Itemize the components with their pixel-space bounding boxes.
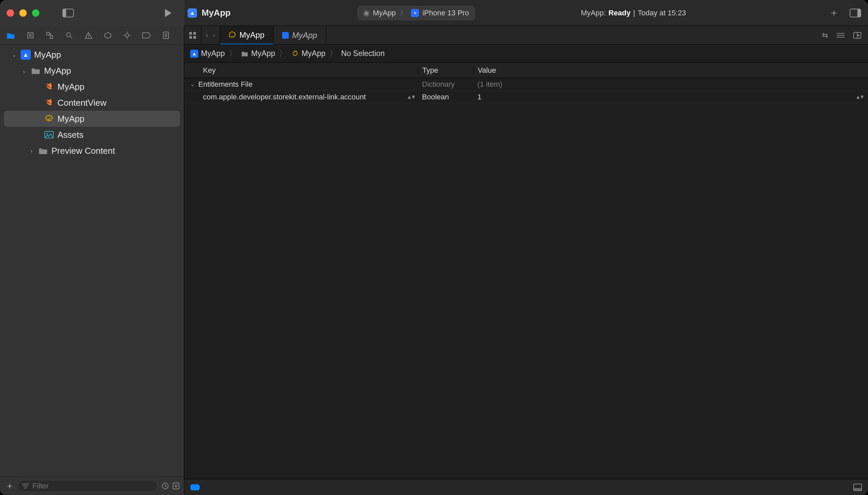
svg-rect-3 bbox=[857, 9, 861, 17]
scheme-device-label: iPhone 13 Pro bbox=[422, 9, 469, 17]
review-icon[interactable]: ⇆ bbox=[822, 31, 828, 40]
recent-icon[interactable] bbox=[162, 482, 169, 490]
report-navigator-tab[interactable] bbox=[161, 30, 171, 40]
svg-rect-19 bbox=[189, 32, 192, 35]
plist-type[interactable]: Boolean bbox=[418, 93, 473, 101]
jumpbar-selection[interactable]: No Selection bbox=[341, 49, 384, 58]
symbol-navigator-tab[interactable] bbox=[45, 30, 55, 40]
adjust-editor-icon[interactable] bbox=[837, 32, 845, 38]
titlebar-sidebar-region bbox=[0, 0, 184, 26]
scheme-target-icon: ◉ bbox=[363, 9, 370, 17]
tree-label: Assets bbox=[58, 130, 83, 140]
debug-navigator-tab[interactable] bbox=[122, 30, 132, 40]
toggle-debug-area-icon[interactable] bbox=[853, 484, 862, 491]
tree-label: MyApp bbox=[58, 82, 84, 92]
value-stepper-icon[interactable]: ▲▼ bbox=[855, 94, 863, 100]
plist-value[interactable]: 1 bbox=[477, 93, 481, 101]
tree-file-assets[interactable]: Assets bbox=[4, 127, 180, 143]
close-window-button[interactable] bbox=[7, 9, 14, 17]
add-file-button[interactable]: ＋ bbox=[5, 480, 13, 492]
xcode-window: ▲ MyApp ◉ MyApp 〉 ✦ iPhone 13 Pro MyApp:… bbox=[0, 0, 868, 495]
jumpbar-label: No Selection bbox=[341, 49, 384, 58]
disclosure-down-icon[interactable]: ⌄ bbox=[11, 51, 17, 58]
editor-area: ‹ › MyApp MyApp bbox=[184, 26, 868, 495]
toggle-navigator-icon[interactable] bbox=[62, 7, 74, 19]
run-button[interactable] bbox=[162, 7, 174, 19]
disclosure-down-icon[interactable]: ⌄ bbox=[21, 67, 27, 74]
jumpbar[interactable]: ▲ MyApp 〉 MyApp 〉 MyApp 〉 bbox=[184, 45, 868, 63]
svg-rect-20 bbox=[193, 32, 196, 35]
titlebar: ▲ MyApp ◉ MyApp 〉 ✦ iPhone 13 Pro MyApp:… bbox=[0, 0, 868, 26]
plist-row-root[interactable]: ⌄ Entitlements File Dictionary (1 item) bbox=[184, 78, 868, 91]
entitlements-icon bbox=[291, 50, 299, 58]
nav-back-button[interactable]: ‹ bbox=[201, 26, 213, 44]
tree-file-entitlements[interactable]: MyApp bbox=[4, 111, 180, 127]
file-tab-active[interactable]: MyApp bbox=[220, 26, 273, 44]
breakpoint-toggle[interactable] bbox=[190, 484, 200, 490]
svg-rect-5 bbox=[47, 32, 49, 35]
status-prefix: MyApp: bbox=[581, 9, 606, 17]
test-navigator-tab[interactable] bbox=[103, 30, 113, 40]
disclosure-right-icon[interactable]: › bbox=[28, 148, 35, 154]
tree-file-swift-app[interactable]: MyApp bbox=[4, 79, 180, 95]
tree-preview-content[interactable]: › Preview Content bbox=[4, 143, 180, 159]
tabbar-right-controls: ⇆ bbox=[815, 26, 868, 44]
filter-field[interactable]: Filter bbox=[17, 480, 158, 492]
project-navigator-tab[interactable] bbox=[6, 30, 16, 40]
add-editor-icon[interactable] bbox=[853, 32, 861, 39]
plist-body: ⌄ Entitlements File Dictionary (1 item) … bbox=[184, 78, 868, 479]
disclosure-down-icon[interactable]: ⌄ bbox=[189, 81, 196, 87]
svg-point-9 bbox=[88, 37, 89, 38]
chevron-right-icon: 〉 bbox=[329, 48, 337, 59]
library-button[interactable] bbox=[849, 7, 861, 19]
tree-project-root[interactable]: ⌄ ▲ MyApp bbox=[4, 47, 180, 63]
tree-group-folder[interactable]: ⌄ MyApp bbox=[4, 63, 180, 79]
column-header-key[interactable]: Key bbox=[184, 66, 418, 75]
jumpbar-project[interactable]: ▲ MyApp bbox=[190, 49, 225, 58]
key-stepper-icon[interactable]: ▲▼ bbox=[407, 94, 415, 100]
svg-rect-30 bbox=[854, 488, 862, 491]
swift-icon bbox=[44, 82, 54, 92]
navigator-bottom-bar: ＋ Filter bbox=[0, 476, 184, 495]
filter-scope-icon bbox=[22, 483, 29, 489]
scm-status-icon[interactable] bbox=[172, 482, 180, 490]
plist-row-child[interactable]: com.apple.developer.storekit.external-li… bbox=[184, 91, 868, 103]
folder-icon bbox=[31, 66, 41, 76]
minimize-window-button[interactable] bbox=[19, 9, 27, 17]
column-header-type[interactable]: Type bbox=[418, 66, 473, 75]
source-control-navigator-tab[interactable] bbox=[26, 30, 35, 40]
jumpbar-label: MyApp bbox=[251, 49, 275, 58]
svg-rect-1 bbox=[63, 9, 66, 17]
plist-key: com.apple.developer.storekit.external-li… bbox=[203, 93, 366, 101]
zoom-window-button[interactable] bbox=[32, 9, 39, 17]
tree-label: MyApp bbox=[58, 114, 84, 124]
related-items-button[interactable] bbox=[184, 26, 201, 44]
plist-type: Dictionary bbox=[418, 80, 473, 89]
tree-file-contentview[interactable]: ContentView bbox=[4, 95, 180, 111]
jumpbar-folder[interactable]: MyApp bbox=[241, 49, 275, 58]
debug-bar bbox=[184, 479, 868, 495]
svg-rect-22 bbox=[193, 36, 196, 39]
column-header-value[interactable]: Value bbox=[473, 66, 868, 75]
titlebar-right: ＋ bbox=[828, 7, 861, 19]
body: ⌄ ▲ MyApp ⌄ MyApp MyApp bbox=[0, 26, 868, 495]
breakpoint-navigator-tab[interactable] bbox=[142, 30, 151, 40]
project-title: MyApp bbox=[202, 8, 231, 18]
issue-navigator-tab[interactable] bbox=[83, 30, 94, 40]
scheme-selector[interactable]: ◉ MyApp 〉 ✦ iPhone 13 Pro bbox=[357, 6, 475, 20]
jumpbar-label: MyApp bbox=[201, 49, 225, 58]
filter-right-icons bbox=[162, 482, 180, 490]
svg-point-7 bbox=[66, 33, 70, 37]
project-icon bbox=[282, 32, 289, 39]
svg-rect-21 bbox=[189, 36, 192, 39]
nav-forward-button[interactable]: › bbox=[213, 26, 220, 44]
file-tab-inactive[interactable]: MyApp bbox=[274, 26, 326, 44]
folder-icon bbox=[38, 146, 48, 156]
swift-icon bbox=[44, 98, 54, 108]
window-controls bbox=[7, 9, 39, 17]
add-button[interactable]: ＋ bbox=[828, 7, 840, 19]
jumpbar-file[interactable]: MyApp bbox=[291, 49, 326, 58]
entitlements-icon bbox=[44, 114, 54, 124]
find-navigator-tab[interactable] bbox=[64, 30, 74, 40]
svg-point-10 bbox=[126, 34, 129, 37]
